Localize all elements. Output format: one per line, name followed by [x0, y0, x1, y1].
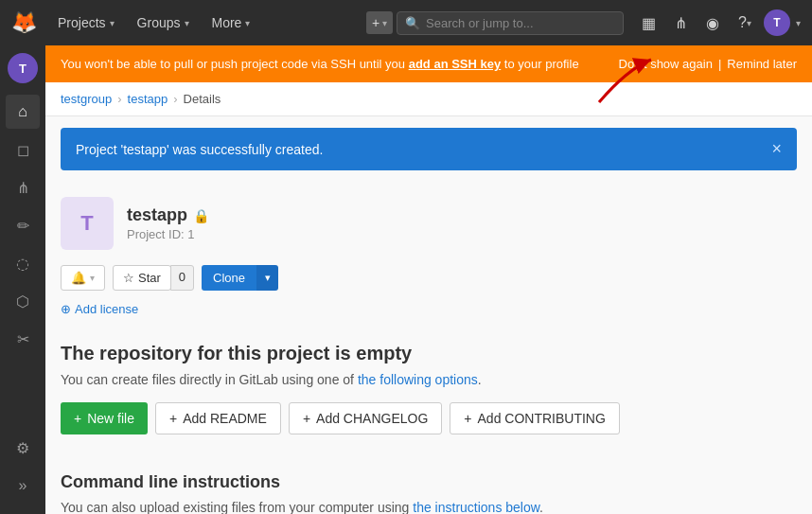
- sidebar-item-pipeline[interactable]: ◌: [6, 246, 40, 280]
- sidebar-item-scissors[interactable]: ✂: [6, 322, 40, 356]
- user-avatar[interactable]: T: [764, 9, 790, 36]
- project-avatar: T: [61, 197, 114, 250]
- notifications-button[interactable]: 🔔 ▾: [61, 265, 105, 291]
- actions-row: 🔔 ▾ ☆ Star 0 Clone ▾: [45, 257, 812, 298]
- project-header: T testapp 🔒 Project ID: 1: [45, 182, 812, 257]
- plus-icon: +: [464, 411, 471, 426]
- sidebar-item-activity[interactable]: ✏: [6, 208, 40, 242]
- star-button[interactable]: ☆ Star: [113, 265, 171, 291]
- star-count: 0: [170, 265, 194, 291]
- sidebar-item-issues[interactable]: ◻: [6, 133, 40, 167]
- add-license-row: ⊕ Add license: [45, 298, 812, 328]
- main-content: You won't be able to pull or push projec…: [45, 45, 812, 514]
- success-banner: Project 'testapp' was successfully creat…: [61, 128, 797, 170]
- plus-icon: ⊕: [61, 302, 71, 316]
- nav-projects[interactable]: Projects ▾: [48, 9, 124, 36]
- breadcrumb-group-link[interactable]: testgroup: [61, 92, 112, 106]
- ssh-warning-banner: You won't be able to pull or push projec…: [45, 45, 812, 82]
- command-line-title: Command line instructions: [61, 472, 797, 492]
- plus-icon: +: [169, 411, 177, 426]
- top-navigation: 🦊 Projects ▾ Groups ▾ More ▾ + ▾ 🔍 ▦ ⋔ ◉…: [0, 0, 812, 45]
- bell-icon: 🔔: [71, 271, 86, 285]
- file-action-buttons: + New file + Add README + Add CHANGELOG …: [61, 402, 797, 434]
- star-group: ☆ Star 0: [113, 265, 194, 291]
- chevron-down-icon: ▾: [185, 18, 189, 28]
- search-icon: 🔍: [405, 16, 420, 30]
- nav-more[interactable]: More ▾: [203, 9, 260, 36]
- dont-show-again-link[interactable]: Don't show again: [619, 57, 713, 71]
- nav-issues-icon[interactable]: ◉: [699, 9, 726, 37]
- avatar-chevron-icon: ▾: [796, 18, 801, 28]
- add-readme-button[interactable]: + Add README: [155, 402, 281, 434]
- ssh-banner-text: You won't be able to pull or push projec…: [61, 57, 579, 71]
- sidebar-item-merge-requests[interactable]: ⋔: [6, 170, 40, 204]
- instructions-link[interactable]: the instructions below: [413, 500, 539, 514]
- new-file-button[interactable]: + New file: [61, 402, 148, 434]
- search-bar[interactable]: 🔍: [397, 11, 624, 35]
- chevron-down-icon: ▾: [110, 18, 115, 28]
- plus-icon: +: [74, 411, 81, 426]
- chevron-down-icon: ▾: [245, 18, 250, 28]
- add-ssh-key-link[interactable]: add an SSH key: [409, 57, 502, 71]
- sidebar-expand-icon[interactable]: »: [6, 469, 40, 503]
- divider: |: [718, 57, 721, 71]
- add-changelog-button[interactable]: + Add CHANGELOG: [289, 402, 442, 434]
- add-contributing-button[interactable]: + Add CONTRIBUTING: [450, 402, 620, 434]
- close-success-banner-button[interactable]: ×: [771, 139, 782, 159]
- clone-dropdown-button[interactable]: ▾: [256, 265, 278, 291]
- nav-icons: ▦ ⋔ ◉ ? ▾ T ▾: [635, 9, 801, 37]
- plus-icon: +: [303, 411, 310, 426]
- project-id: Project ID: 1: [127, 227, 209, 241]
- page-layout: T ⌂ ◻ ⋔ ✏ ◌ ⬡ ✂ ⚙ » You won't be able to…: [0, 45, 812, 514]
- new-item-button[interactable]: + ▾: [366, 11, 393, 34]
- nav-columns-icon[interactable]: ▦: [635, 9, 662, 37]
- empty-repo-section: The repository for this project is empty…: [45, 328, 812, 472]
- success-message: Project 'testapp' was successfully creat…: [76, 142, 323, 157]
- following-options-link[interactable]: the following options: [358, 372, 478, 387]
- command-line-section: Command line instructions You can also u…: [45, 472, 812, 514]
- project-info: testapp 🔒 Project ID: 1: [127, 205, 209, 241]
- remind-later-link[interactable]: Remind later: [727, 57, 797, 71]
- chevron-down-icon: ▾: [265, 272, 271, 283]
- lock-icon: 🔒: [193, 208, 209, 223]
- empty-repo-title: The repository for this project is empty: [61, 343, 797, 364]
- breadcrumb-project-link[interactable]: testapp: [128, 92, 168, 106]
- sidebar-avatar[interactable]: T: [8, 53, 38, 83]
- clone-button[interactable]: Clone: [202, 265, 256, 291]
- nav-merge-icon[interactable]: ⋔: [668, 9, 694, 37]
- nav-help-icon[interactable]: ? ▾: [732, 9, 758, 36]
- project-name: testapp 🔒: [127, 205, 209, 225]
- sidebar-item-settings[interactable]: ⚙: [6, 431, 40, 465]
- add-license-button[interactable]: ⊕ Add license: [61, 302, 797, 316]
- sidebar-item-deploy[interactable]: ⬡: [6, 284, 40, 318]
- search-input[interactable]: [426, 16, 596, 30]
- gitlab-logo[interactable]: 🦊: [11, 10, 37, 35]
- empty-repo-description: You can create files directly in GitLab …: [61, 372, 797, 387]
- breadcrumb-current: Details: [184, 92, 221, 106]
- sidebar-item-home[interactable]: ⌂: [6, 95, 40, 129]
- sidebar: T ⌂ ◻ ⋔ ✏ ◌ ⬡ ✂ ⚙ »: [0, 45, 45, 514]
- ssh-banner-actions: Don't show again | Remind later: [619, 57, 797, 71]
- breadcrumb: testgroup › testapp › Details: [45, 82, 812, 116]
- chevron-down-icon: ▾: [90, 273, 95, 283]
- chevron-down-icon: ▾: [747, 18, 751, 28]
- sidebar-bottom: ⚙ »: [6, 431, 40, 514]
- nav-groups[interactable]: Groups ▾: [128, 9, 199, 36]
- star-icon: ☆: [123, 271, 134, 285]
- clone-group: Clone ▾: [202, 265, 278, 291]
- command-line-description: You can also upload existing files from …: [61, 500, 797, 514]
- chevron-down-icon: ▾: [382, 18, 387, 28]
